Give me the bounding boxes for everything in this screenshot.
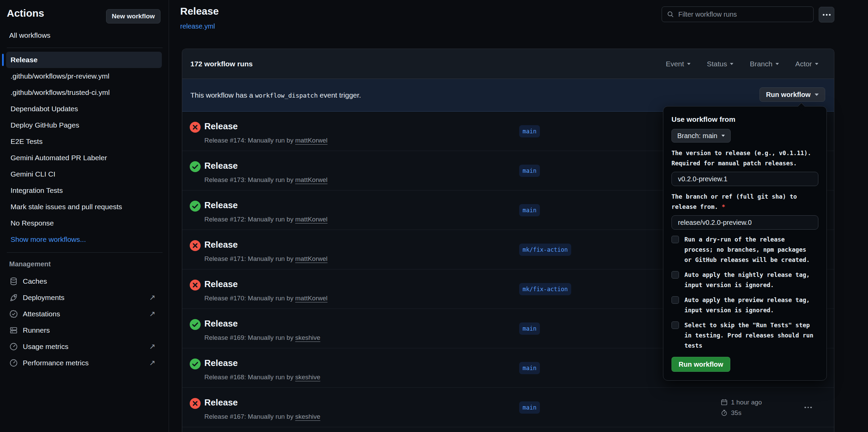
run-title[interactable]: Release xyxy=(204,161,238,171)
checkbox[interactable] xyxy=(671,296,679,304)
branch-selector-button[interactable]: Branch: main xyxy=(671,129,731,143)
workflow-file-link[interactable]: release.yml xyxy=(180,22,215,30)
run-title[interactable]: Release xyxy=(204,200,238,211)
run-workflow-submit-button[interactable]: Run workflow xyxy=(671,357,730,372)
meter-icon xyxy=(9,342,18,351)
sidebar-item-all-workflows[interactable]: All workflows xyxy=(9,31,50,39)
sidebar-item-release[interactable]: Release xyxy=(6,52,162,68)
run-duration: 35s xyxy=(731,409,742,416)
branch-pill[interactable]: main xyxy=(519,362,540,374)
sidebar-divider xyxy=(7,252,163,253)
checkbox-label: Auto apply the preview release tag, inpu… xyxy=(684,295,810,315)
run-title[interactable]: Release xyxy=(204,358,238,368)
management-item-performance-metrics[interactable]: Performance metrics ↗ xyxy=(0,355,169,371)
sidebar-item-e2e-tests[interactable]: E2E Tests xyxy=(6,133,162,150)
actor-link[interactable]: mattKorwel xyxy=(295,137,327,144)
external-link-icon: ↗ xyxy=(149,342,155,351)
sidebar-item-dependabot-updates[interactable]: Dependabot Updates xyxy=(6,101,162,117)
chevron-down-icon xyxy=(721,135,725,137)
actor-link[interactable]: mattKorwel xyxy=(295,295,327,302)
actor-link[interactable]: mattKorwel xyxy=(295,216,327,223)
run-description: Release #167: Manually run by skeshive xyxy=(204,413,320,420)
filter-actor[interactable]: Actor xyxy=(795,60,818,68)
external-link-icon: ↗ xyxy=(149,310,155,318)
ref-input[interactable] xyxy=(671,215,818,230)
dialog-checkbox-row: Run a dry-run of the release process; no… xyxy=(671,234,818,265)
sidebar-item-mark-stale-issues-and-pull-requests[interactable]: Mark stale issues and pull requests xyxy=(6,199,162,215)
checkbox[interactable] xyxy=(671,271,679,279)
dialog-checkbox-list: Run a dry-run of the release process; no… xyxy=(671,234,818,351)
dialog-checkbox-row: Auto apply the preview release tag, inpu… xyxy=(671,295,818,315)
run-title[interactable]: Release xyxy=(204,239,238,250)
workflow-run-row[interactable]: Release Release #167: Manually run by sk… xyxy=(182,388,834,427)
filter-status[interactable]: Status xyxy=(707,60,734,68)
stopwatch-icon xyxy=(720,409,728,416)
sidebar-item-integration-tests[interactable]: Integration Tests xyxy=(6,182,162,199)
sidebar-item-github-workflows-trusted-ci-yml[interactable]: .github/workflows/trusted-ci.yml xyxy=(6,84,162,101)
actor-link[interactable]: mattKorwel xyxy=(295,255,327,262)
actor-link[interactable]: skeshive xyxy=(295,413,320,420)
management-item-runners[interactable]: Runners ↗ xyxy=(0,322,169,338)
sidebar-item-github-workflows-pr-review-yml[interactable]: .github/workflows/pr-review.yml xyxy=(6,68,162,84)
rocket-icon xyxy=(9,293,18,302)
sidebar-item-deploy-github-pages[interactable]: Deploy GitHub Pages xyxy=(6,117,162,133)
branch-pill[interactable]: main xyxy=(519,125,540,137)
success-status-icon xyxy=(189,200,201,212)
management-item-caches[interactable]: Caches ↗ xyxy=(0,273,169,289)
success-status-icon xyxy=(189,358,201,370)
filter-branch[interactable]: Branch xyxy=(750,60,779,68)
ref-input-description: The branch or ref (full git sha) to rele… xyxy=(671,192,818,212)
filter-event[interactable]: Event xyxy=(666,60,691,68)
page-kebab-menu-button[interactable] xyxy=(819,7,834,22)
checkbox-label: Select to skip the "Run Tests" step in t… xyxy=(684,320,813,351)
version-input[interactable] xyxy=(671,172,818,186)
actor-link[interactable]: skeshive xyxy=(295,373,320,381)
run-time-info: 1 hour ago 35s xyxy=(720,398,762,416)
branch-pill[interactable]: main xyxy=(519,322,540,335)
run-kebab-menu-button[interactable] xyxy=(802,404,815,411)
sidebar-item-no-response[interactable]: No Response xyxy=(6,215,162,231)
run-title[interactable]: Release xyxy=(204,318,238,329)
run-title[interactable]: Release xyxy=(204,279,238,289)
sidebar-item-gemini-automated-pr-labeler[interactable]: Gemini Automated PR Labeler xyxy=(6,150,162,166)
external-link-icon: ↗ xyxy=(149,293,155,302)
filter-workflow-runs-input[interactable] xyxy=(678,11,809,18)
run-description: Release #169: Manually run by skeshive xyxy=(204,334,320,342)
success-status-icon xyxy=(189,161,201,172)
branch-pill[interactable]: mk/fix-action xyxy=(519,244,571,256)
required-asterisk: * xyxy=(722,203,726,210)
use-workflow-from-label: Use workflow from xyxy=(671,115,818,123)
runs-panel-header: 172 workflow runs EventStatusBranchActor xyxy=(182,49,834,79)
run-workflow-dropdown-button[interactable]: Run workflow xyxy=(760,87,825,102)
calendar-icon xyxy=(720,398,728,406)
sidebar-show-more-workflows[interactable]: Show more workflows... xyxy=(6,231,162,248)
branch-pill[interactable]: main xyxy=(519,165,540,177)
run-relative-time: 1 hour ago xyxy=(731,398,762,406)
external-link-icon: ↗ xyxy=(149,359,155,367)
sidebar-workflow-list: Release.github/workflows/pr-review.yml.g… xyxy=(6,52,162,248)
run-title[interactable]: Release xyxy=(204,397,238,408)
failed-status-icon xyxy=(189,121,201,133)
actor-link[interactable]: skeshive xyxy=(295,334,320,341)
branch-pill[interactable]: main xyxy=(519,204,540,216)
management-item-deployments[interactable]: Deployments ↗ xyxy=(0,289,169,306)
checkbox[interactable] xyxy=(671,236,679,243)
management-item-attestations[interactable]: Attestations ↗ xyxy=(0,306,169,322)
branch-pill[interactable]: mk/fix-action xyxy=(519,283,571,295)
run-description: Release #172: Manually run by mattKorwel xyxy=(204,216,327,223)
sidebar-item-gemini-cli-ci[interactable]: Gemini CLI CI xyxy=(6,166,162,182)
failed-status-icon xyxy=(189,279,201,291)
chevron-down-icon xyxy=(815,63,818,65)
branch-pill[interactable]: main xyxy=(519,401,540,414)
new-workflow-button[interactable]: New workflow xyxy=(106,9,160,23)
sidebar-divider xyxy=(7,48,163,48)
verified-badge-icon xyxy=(9,310,18,318)
chevron-down-icon xyxy=(776,63,779,65)
management-item-usage-metrics[interactable]: Usage metrics ↗ xyxy=(0,338,169,355)
sidebar: Actions New workflow All workflows Relea… xyxy=(0,0,169,432)
actor-link[interactable]: mattKorwel xyxy=(295,176,327,183)
checkbox[interactable] xyxy=(671,321,679,329)
run-title[interactable]: Release xyxy=(204,121,238,132)
sidebar-title: Actions xyxy=(7,7,44,19)
run-description: Release #170: Manually run by mattKorwel xyxy=(204,295,327,302)
